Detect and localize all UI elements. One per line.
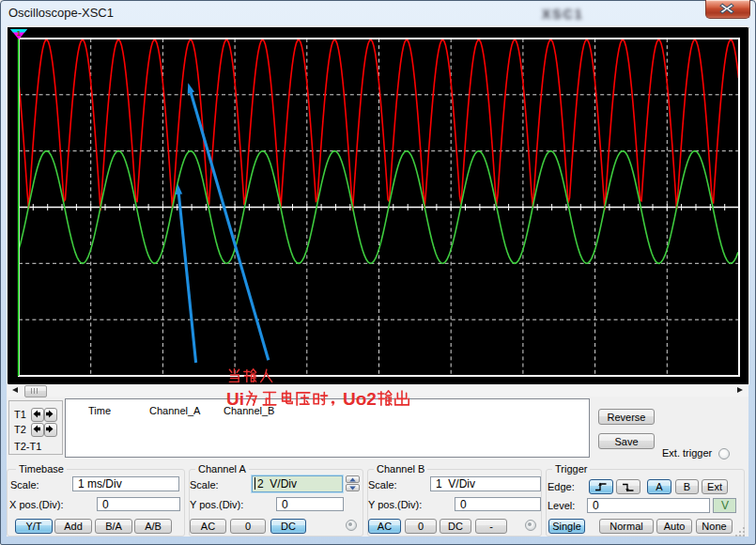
svg-text:1: 1 [17,29,22,38]
